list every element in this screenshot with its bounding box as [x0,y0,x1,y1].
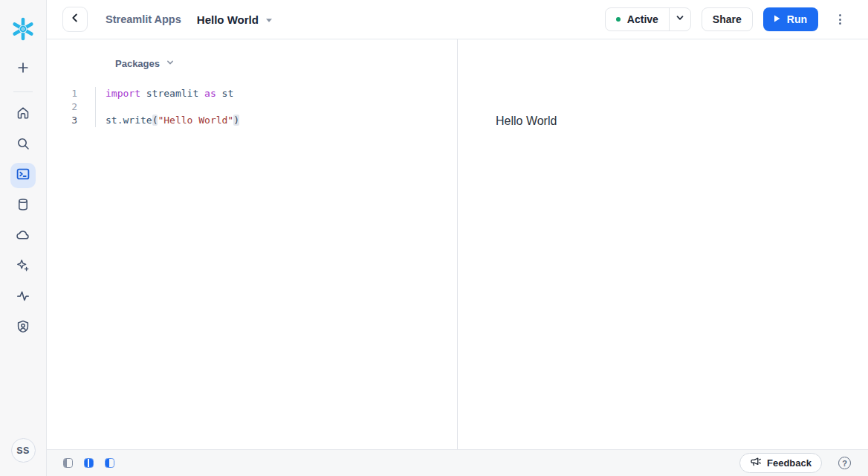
back-button[interactable] [62,7,88,32]
code-line[interactable]: 3st.write("Hello World") [47,114,457,127]
code-text [95,100,106,114]
main-column: Streamlit Apps Hello World Active [47,0,868,476]
chevron-down-icon [675,13,685,26]
app-preview-pane: Hello World [458,39,868,449]
chevron-down-icon [166,57,175,70]
code-token-keyword: as [204,88,216,99]
feedback-button[interactable]: Feedback [739,453,822,473]
megaphone-icon [750,457,761,469]
sidebar-item-ai-ml[interactable] [10,254,36,280]
code-token-bracket: ) [233,115,239,126]
sparkles-icon [16,258,30,276]
sidebar-item-data[interactable] [10,193,36,219]
page-title: Hello World [197,13,259,26]
sidebar: SS [0,0,47,476]
sidebar-item-admin[interactable] [10,315,36,341]
sidebar-item-create[interactable] [10,57,36,82]
code-token-ident: write [123,115,152,126]
code-text: import streamlit as st [95,87,233,100]
layout-left-panel-icon[interactable] [105,458,114,468]
code-token-plain [198,88,204,99]
database-icon [16,197,30,215]
status-button[interactable]: Active [606,8,669,30]
packages-dropdown[interactable]: Packages [115,56,457,71]
code-token-plain [140,88,146,99]
sidebar-nav [10,57,36,346]
code-token-plain [216,88,222,99]
sidebar-item-projects[interactable] [10,163,36,188]
activity-icon [16,289,30,306]
search-icon [16,137,30,154]
run-button[interactable]: Run [763,7,818,31]
layout-toggles [63,458,114,468]
workspace: Packages 1import streamlit as st23st.wri… [47,39,868,449]
header-actions: Active Share Run [605,7,849,31]
app-window: SS Streamlit Apps Hello World [0,0,868,476]
terminal-icon [16,167,30,184]
code-editor-pane: Packages 1import streamlit as st23st.wri… [47,39,458,449]
status-label: Active [627,13,658,25]
help-button[interactable]: ? [838,457,851,469]
breadcrumb-parent[interactable]: Streamlit Apps [106,13,181,25]
line-number: 2 [47,100,95,114]
code-line[interactable]: 2 [47,100,457,114]
code-token-keyword: import [106,88,140,99]
home-icon [16,106,30,123]
chevron-left-icon [69,12,81,27]
run-label: Run [787,13,807,25]
user-avatar[interactable]: SS [11,438,36,463]
feedback-label: Feedback [767,457,812,469]
line-number: 1 [47,87,95,100]
footer-bar: Feedback ? [47,449,868,476]
sidebar-item-compute[interactable] [10,224,36,249]
snowflake-logo-icon [10,15,36,43]
code-line[interactable]: 1import streamlit as st [47,87,457,100]
shield-user-icon [16,319,30,337]
sidebar-item-home[interactable] [10,102,36,127]
status-button-group: Active [605,7,691,31]
code-token-ident: st [106,115,117,126]
code-token-ident: streamlit [146,88,198,99]
layout-split-view-icon[interactable] [84,458,94,468]
code-text: st.write("Hello World") [95,114,239,127]
status-dot-icon [616,17,621,22]
header: Streamlit Apps Hello World Active [47,0,868,39]
preview-output-text: Hello World [496,115,868,128]
code-token-ident: st [222,88,234,99]
app-title-dropdown[interactable]: Hello World [197,13,273,26]
sidebar-divider [13,91,33,92]
share-button[interactable]: Share [702,7,753,31]
packages-label: Packages [115,58,160,69]
sidebar-item-search[interactable] [10,132,36,158]
code-editor[interactable]: 1import streamlit as st23st.write("Hello… [47,87,457,127]
sidebar-item-monitoring[interactable] [10,285,36,310]
cloud-icon [16,228,30,245]
status-dropdown-button[interactable] [669,8,690,30]
play-icon [771,13,782,26]
line-number: 3 [47,114,95,127]
code-token-string: "Hello World" [158,115,233,126]
layout-editor-only-icon[interactable] [63,458,73,468]
footer-right: Feedback ? [739,453,851,473]
plus-icon [16,61,30,77]
caret-down-icon [265,13,273,26]
more-options-button[interactable] [831,10,849,28]
